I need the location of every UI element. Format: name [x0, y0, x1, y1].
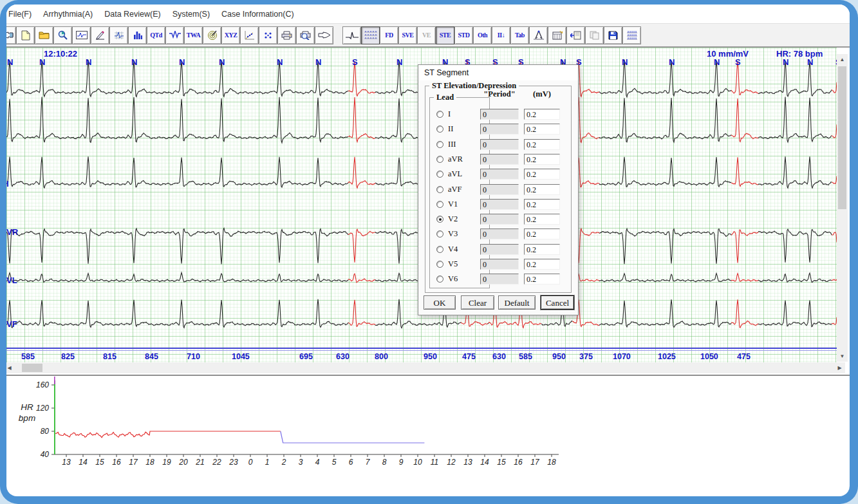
- beat-label-n[interactable]: N: [7, 57, 13, 67]
- scroll-up-arrow[interactable]: ▲: [837, 54, 848, 65]
- mv-input-v2[interactable]: 0.2: [524, 214, 560, 225]
- qtd-icon[interactable]: QTd: [147, 26, 165, 44]
- mv-input-iii[interactable]: 0.2: [524, 139, 560, 150]
- beat-label-n[interactable]: N: [277, 57, 283, 67]
- lead-radio-label[interactable]: V2: [448, 214, 458, 224]
- scatter-icon[interactable]: [240, 26, 259, 44]
- mv-input-v5[interactable]: 0.2: [524, 259, 560, 270]
- vcg-icon[interactable]: [203, 26, 221, 44]
- beat-label-n[interactable]: N: [219, 57, 225, 67]
- lead-radio-label[interactable]: II: [448, 124, 453, 134]
- multi-strip-icon[interactable]: [361, 26, 380, 44]
- vertical-scrollbar[interactable]: ▲ ▼: [837, 54, 848, 362]
- default-button[interactable]: Default: [498, 295, 536, 310]
- lead-order-icon[interactable]: II↓: [492, 26, 510, 44]
- horizontal-scroll-thumb[interactable]: [22, 364, 42, 372]
- mv-input-avf[interactable]: 0.2: [524, 184, 560, 195]
- zoom-review-icon[interactable]: [53, 26, 72, 44]
- svg-text:14: 14: [480, 458, 489, 467]
- report-hand-icon[interactable]: [6, 26, 16, 44]
- lead-radio-label[interactable]: V5: [448, 259, 458, 269]
- mv-input-avl[interactable]: 0.2: [524, 169, 560, 180]
- report-icon[interactable]: [315, 26, 333, 44]
- lead-radio-avf[interactable]: [436, 186, 443, 193]
- menu-item-system-s-[interactable]: System(S): [167, 10, 216, 19]
- open-case-icon[interactable]: [35, 26, 53, 44]
- print-icon[interactable]: [277, 26, 296, 44]
- dialog-title[interactable]: ST Segment: [418, 65, 578, 80]
- lead-radio-label[interactable]: aVL: [448, 169, 462, 179]
- lead-radio-iii[interactable]: [436, 141, 443, 148]
- mv-input-v4[interactable]: 0.2: [524, 244, 560, 255]
- ok-button[interactable]: OK: [424, 295, 456, 310]
- edit-pen-icon[interactable]: [91, 26, 109, 44]
- vertical-scroll-thumb[interactable]: [838, 66, 846, 209]
- strip-view-icon[interactable]: [72, 26, 91, 44]
- mv-input-v6[interactable]: 0.2: [524, 274, 560, 285]
- caliper-icon[interactable]: [529, 26, 548, 44]
- beat-label-s[interactable]: S: [735, 57, 741, 67]
- lead-radio-label[interactable]: aVF: [448, 185, 462, 194]
- menu-item-case-information-c-[interactable]: Case Information(C): [216, 10, 300, 19]
- report-table-icon[interactable]: [548, 26, 566, 44]
- lead-radio-label[interactable]: I: [448, 109, 451, 119]
- mv-input-avr[interactable]: 0.2: [524, 154, 560, 165]
- beat-label-n[interactable]: N: [86, 57, 91, 67]
- scroll-down-arrow[interactable]: ▼: [837, 351, 848, 362]
- lead-radio-label[interactable]: aVR: [448, 154, 463, 164]
- beat-label-n[interactable]: N: [179, 57, 185, 67]
- std-icon[interactable]: STD: [454, 26, 473, 44]
- beat-label-n[interactable]: N: [396, 57, 402, 67]
- menu-item-data-review-e-[interactable]: Data Review(E): [98, 10, 167, 19]
- single-beat-icon[interactable]: [342, 26, 361, 44]
- mv-input-ii[interactable]: 0.2: [524, 124, 560, 135]
- lead-radio-label[interactable]: V3: [448, 229, 458, 239]
- lead-radio-label[interactable]: V4: [448, 245, 458, 254]
- lead-radio-v5[interactable]: [436, 261, 443, 268]
- lead-radio-i[interactable]: [436, 111, 443, 118]
- twa-icon[interactable]: TWA: [184, 26, 203, 44]
- fd-icon[interactable]: FD: [380, 26, 398, 44]
- beat-label-n[interactable]: N: [807, 57, 813, 67]
- scroll-left-arrow[interactable]: ◀: [6, 362, 15, 373]
- scroll-right-arrow[interactable]: ▶: [834, 362, 845, 373]
- beat-label-n[interactable]: N: [39, 57, 45, 67]
- new-case-icon[interactable]: [16, 26, 35, 44]
- qrs-wave-icon[interactable]: [165, 26, 184, 44]
- beat-label-n[interactable]: N: [131, 57, 137, 67]
- menu-item-arrhythmia-a-[interactable]: Arrhythmia(A): [37, 10, 98, 19]
- hr-trend-panel[interactable]: HR bpm 160120804013141516171819202122230…: [6, 377, 837, 486]
- histogram-icon[interactable]: [128, 26, 147, 44]
- beat-label-n[interactable]: N: [714, 57, 720, 67]
- beat-label-n[interactable]: N: [783, 57, 788, 67]
- lead-radio-label[interactable]: V6: [448, 274, 458, 284]
- mv-input-v3[interactable]: 0.2: [524, 229, 560, 239]
- lead-radio-label[interactable]: III: [448, 140, 456, 149]
- template-icon[interactable]: [109, 26, 128, 44]
- xyz-icon[interactable]: XYZ: [221, 26, 240, 44]
- tab-icon[interactable]: Tab: [510, 26, 529, 44]
- strip-list-icon[interactable]: [622, 26, 641, 44]
- export-icon[interactable]: [566, 26, 585, 44]
- rr-interval-value: 1070: [613, 352, 631, 361]
- horizontal-scrollbar[interactable]: ◀ ▶: [6, 362, 845, 373]
- lead-radio-v4[interactable]: [436, 246, 443, 253]
- oth-icon[interactable]: Oth: [473, 26, 492, 44]
- beat-label-n[interactable]: N: [315, 57, 321, 67]
- poincare-icon[interactable]: [259, 26, 277, 44]
- beat-label-n[interactable]: N: [622, 57, 628, 67]
- clear-button[interactable]: Clear: [461, 295, 494, 310]
- ste-icon[interactable]: STE: [436, 26, 454, 44]
- menu-item-file-f-[interactable]: File(F): [6, 10, 37, 19]
- mv-input-i[interactable]: 0.2: [524, 109, 560, 120]
- cancel-button[interactable]: Cancel: [541, 295, 574, 310]
- lead-radio-avr[interactable]: [436, 156, 443, 163]
- sve-icon[interactable]: SVE: [398, 26, 417, 44]
- print-preview-icon[interactable]: [296, 26, 315, 44]
- lead-radio-v1[interactable]: [436, 201, 443, 208]
- beat-label-n[interactable]: N: [669, 57, 675, 67]
- mv-input-v1[interactable]: 0.2: [524, 199, 560, 210]
- save-icon[interactable]: [604, 26, 622, 44]
- lead-radio-label[interactable]: V1: [448, 200, 458, 209]
- beat-label-s[interactable]: S: [352, 57, 358, 67]
